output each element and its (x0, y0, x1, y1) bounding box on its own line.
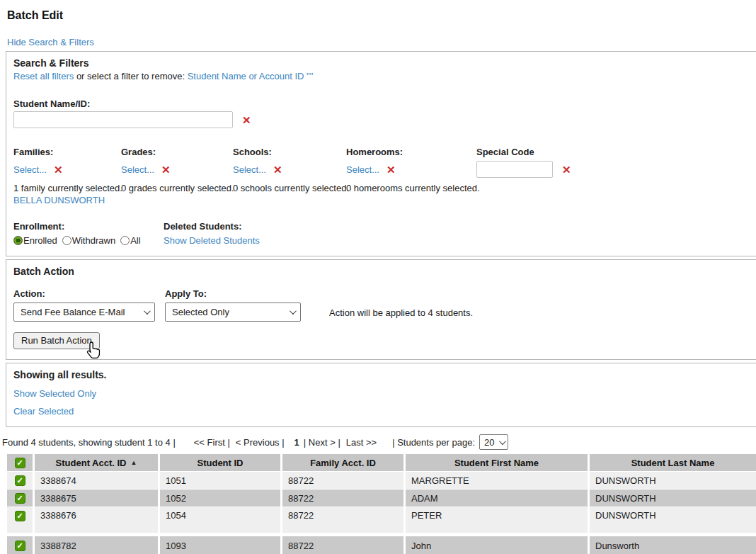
families-filter: Families: Select... ✕ 1 family currently… (13, 147, 121, 205)
student-name-input[interactable] (13, 111, 233, 128)
student-acct-id: 3388676 (35, 507, 158, 533)
grades-select-link[interactable]: Select... (121, 164, 154, 175)
per-page-select[interactable]: 20 (479, 434, 508, 450)
grades-filter: Grades: Select... ✕ 0 grades currently s… (121, 147, 233, 193)
reset-all-filters-link[interactable]: Reset all filters (13, 71, 74, 81)
apply-to-label: Apply To: (165, 288, 316, 299)
clear-special-code-icon[interactable]: ✕ (562, 164, 571, 175)
hide-search-filters-link[interactable]: Hide Search & Filters (7, 37, 94, 47)
schools-filter: Schools: Select... ✕ 0 schools currently… (233, 147, 346, 193)
special-code-filter: Special Code ✕ (476, 147, 571, 178)
students-table: ✓ Student Acct. ID ▲ Student ID Family A… (7, 454, 756, 554)
row-checkbox[interactable]: ✓ (15, 493, 25, 504)
clear-families-icon[interactable]: ✕ (54, 164, 63, 175)
chevron-down-icon (144, 307, 151, 315)
clear-homerooms-icon[interactable]: ✕ (386, 164, 396, 175)
pagination-top: Found 4 students, showing student 1 to 4… (2, 434, 756, 450)
student-id: 1052 (160, 490, 280, 507)
table-row: ✓ 3388674 1051 88722 MARGRETTE DUNSWORTH (7, 472, 756, 489)
chevron-down-icon (499, 438, 506, 445)
student-last-name: DUNSWORTH (590, 472, 756, 489)
schools-select-link[interactable]: Select... (233, 164, 266, 175)
run-batch-action-button[interactable]: Run Batch Action (13, 332, 100, 349)
table-row: ✓ 3388675 1052 88722 ADAM DUNSWORTH (7, 490, 756, 507)
student-id: 1093 (160, 536, 280, 554)
deleted-students-group: Deleted Students: Show Deleted Students (164, 221, 260, 246)
row-checkbox[interactable]: ✓ (15, 541, 25, 551)
column-header-student-id[interactable]: Student ID (160, 454, 280, 471)
family-acct-id: 88722 (282, 490, 403, 507)
batch-action-heading: Batch Action (13, 266, 756, 277)
student-id: 1054 (160, 507, 280, 533)
student-acct-id: 3388674 (35, 472, 158, 489)
student-first-name: MARGRETTE (406, 472, 588, 489)
batch-action-panel: Batch Action Action: Send Fee Balance E-… (6, 259, 756, 360)
radio-all[interactable]: All (120, 235, 140, 246)
first-page-link[interactable]: << First | (194, 437, 230, 448)
family-acct-id: 88722 (282, 536, 403, 554)
chevron-down-icon (290, 307, 297, 315)
radio-withdrawn[interactable]: Withdrawn (62, 235, 115, 246)
row-checkbox[interactable]: ✓ (15, 475, 25, 486)
column-header-last-name[interactable]: Student Last Name (590, 454, 756, 471)
show-selected-only-link[interactable]: Show Selected Only (13, 388, 96, 399)
last-page-link[interactable]: Last >> (346, 437, 377, 448)
radio-enrolled[interactable]: Enrolled (13, 235, 57, 246)
table-row: ✓ 3388676 1054 88722 PETER DUNSWORTH (7, 507, 756, 533)
student-first-name: ADAM (406, 490, 588, 507)
previous-page-link[interactable]: < Previous | (236, 437, 285, 448)
student-last-name: Dunsworth (590, 536, 756, 554)
action-select[interactable]: Send Fee Balance E-Mail (13, 303, 155, 322)
results-panel: Showing all results. Show Selected Only … (6, 363, 756, 427)
active-filter-link[interactable]: Student Name or Account ID "" (188, 71, 314, 81)
student-last-name: DUNSWORTH (590, 507, 756, 533)
results-summary: Found 4 students, showing student 1 to 4… (2, 437, 176, 448)
apply-to-group: Apply To: Selected Only (165, 288, 316, 322)
student-acct-id: 3388782 (35, 536, 158, 554)
families-label: Families: (13, 147, 121, 157)
search-filters-panel: Search & Filters Reset all filters or se… (6, 51, 756, 256)
per-page-value: 20 (484, 437, 494, 448)
column-header-first-name[interactable]: Student First Name (406, 454, 588, 471)
clear-grades-icon[interactable]: ✕ (161, 164, 171, 175)
radio-all-label: All (130, 235, 140, 246)
student-acct-id: 3388675 (35, 490, 158, 507)
results-heading: Showing all results. (13, 369, 756, 380)
homerooms-label: Homerooms: (346, 147, 476, 157)
student-first-name: PETER (406, 507, 588, 533)
schools-status: 0 schools currently selected. (233, 183, 346, 193)
remove-hint-text: or select a filter to remove: (76, 71, 185, 81)
action-label: Action: (13, 288, 165, 299)
family-acct-id: 88722 (282, 472, 403, 489)
table-row: ✓ 3388782 1093 88722 John Dunsworth (7, 536, 756, 554)
sort-asc-icon: ▲ (131, 459, 137, 466)
search-filters-heading: Search & Filters (13, 57, 756, 69)
homerooms-filter: Homerooms: Select... ✕ 0 homerooms curre… (346, 147, 476, 193)
families-select-link[interactable]: Select... (13, 164, 47, 175)
radio-enrolled-label: Enrolled (23, 235, 57, 246)
select-all-checkbox[interactable]: ✓ (15, 458, 25, 468)
radio-all-icon[interactable] (120, 236, 130, 245)
action-select-value: Send Fee Balance E-Mail (21, 307, 125, 317)
reset-line: Reset all filters or select a filter to … (13, 71, 756, 81)
clear-student-name-icon[interactable]: ✕ (242, 115, 251, 125)
homerooms-status: 0 homerooms currently selected. (346, 183, 476, 193)
homerooms-select-link[interactable]: Select... (346, 164, 379, 175)
column-header-student-acct-id[interactable]: Student Acct. ID ▲ (35, 454, 158, 471)
column-header-family-acct-id[interactable]: Family Acct. ID (282, 454, 403, 471)
radio-withdrawn-icon[interactable] (62, 236, 71, 245)
family-acct-id: 88722 (282, 507, 403, 533)
next-page-link[interactable]: | Next > | (304, 437, 340, 448)
clear-schools-icon[interactable]: ✕ (273, 164, 282, 175)
grades-label: Grades: (121, 147, 233, 157)
special-code-input[interactable] (476, 161, 553, 178)
apply-to-select[interactable]: Selected Only (165, 303, 301, 322)
selected-family-link[interactable]: BELLA DUNSWORTH (13, 195, 105, 205)
clear-selected-link[interactable]: Clear Selected (13, 406, 74, 417)
show-deleted-students-link[interactable]: Show Deleted Students (164, 235, 260, 246)
radio-enrolled-icon[interactable] (13, 236, 23, 245)
enrollment-group: Enrollment: Enrolled Withdrawn All (13, 221, 164, 246)
families-status: 1 family currently selected. (13, 183, 121, 193)
student-first-name: John (406, 536, 588, 554)
row-checkbox[interactable]: ✓ (15, 511, 25, 521)
